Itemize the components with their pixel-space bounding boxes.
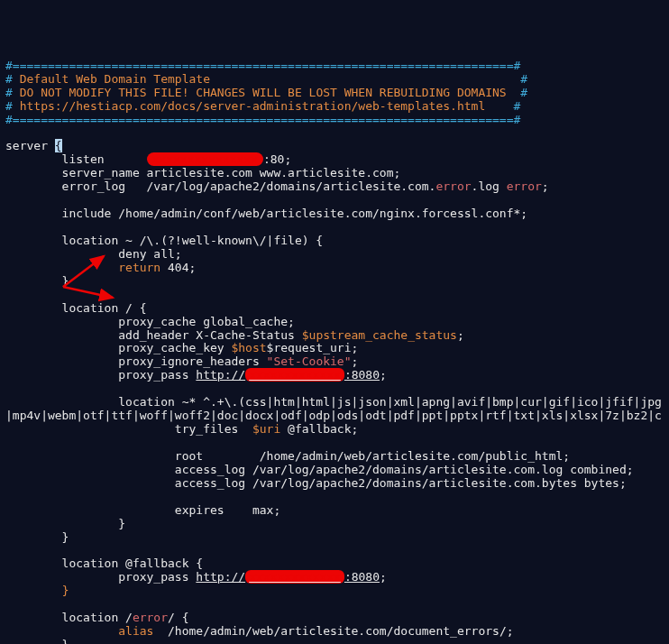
include-directive: include /home/admin/conf/web/articlesite… (5, 207, 527, 220)
server-name-directive: server_name articlesite.com www.articles… (5, 166, 400, 179)
comment-line: # Default Web Domain Template # (5, 72, 527, 86)
access-log-directive: access_log /var/log/apache2/domains/arti… (5, 476, 627, 490)
brace-close: } (5, 584, 69, 597)
root-directive: root /home/admin/web/articlesite.com/pub… (5, 449, 570, 463)
listen-directive: listen (5, 152, 147, 166)
editor-viewport[interactable]: #=======================================… (5, 60, 664, 644)
brace-close: } (5, 517, 125, 530)
brace-close: } (5, 274, 69, 288)
comment-border-top: #=======================================… (5, 59, 520, 72)
brace-close: } (5, 530, 69, 544)
proxy-cache-key-directive: proxy_cache_key $host$request_uri; (5, 341, 358, 354)
return-directive: return 404; (5, 261, 196, 274)
redacted-ip: xxxxxxxxxxxxxxx (147, 152, 263, 166)
try-files-directive: try_files $uri @fallback; (5, 422, 358, 436)
location-root: location / { (5, 301, 147, 315)
expires-directive: expires max; (5, 503, 280, 517)
proxy-pass-directive: proxy_pass http://xxxxxxxxxxxxx:8080; (5, 570, 387, 584)
error-log-directive: error_log /var/log/apache2/domains/artic… (5, 179, 549, 193)
proxy-pass-url[interactable]: http://xxxxxxxxxxxxx:8080 (196, 570, 380, 584)
proxy-ignore-headers-directive: proxy_ignore_headers "Set-Cookie"; (5, 354, 358, 368)
cursor: { (55, 139, 62, 152)
server-keyword: server (5, 139, 55, 152)
location-static: location ~* ^.+\.(css|htm|html|js|json|x… (5, 395, 662, 409)
add-header-directive: add_header X-Cache-Status $upstream_cach… (5, 328, 464, 342)
comment-line: # DO NOT MODIFY THIS FILE! CHANGES WILL … (5, 86, 527, 99)
deny-directive: deny all; (5, 247, 182, 261)
proxy-pass-directive: proxy_pass http://xxxxxxxxxxxxx:8080; (5, 368, 387, 382)
location-wellknown: location ~ /\.(?!well-known\/|file) { (5, 234, 323, 247)
comment-line: # https://hestiacp.com/docs/server-admin… (5, 99, 520, 113)
location-fallback: location @fallback { (5, 557, 203, 570)
proxy-pass-url[interactable]: http://xxxxxxxxxxxxx:8080 (196, 368, 380, 382)
brace-close: } (5, 638, 69, 644)
location-static-cont: |mp4v|webm|otf|ttf|woff|woff2|doc|docx|o… (5, 409, 662, 422)
redacted-ip: xxxxxxxxxxxxx (245, 570, 344, 584)
redacted-ip: xxxxxxxxxxxxx (245, 368, 344, 382)
comment-border-bottom: #=======================================… (5, 113, 520, 126)
access-log-directive: access_log /var/log/apache2/domains/arti… (5, 463, 634, 476)
proxy-cache-directive: proxy_cache global_cache; (5, 315, 295, 328)
alias-directive: alias /home/admin/web/articlesite.com/do… (5, 624, 514, 638)
location-error: location /error/ { (5, 611, 189, 624)
listen-port: :80; (263, 152, 291, 166)
